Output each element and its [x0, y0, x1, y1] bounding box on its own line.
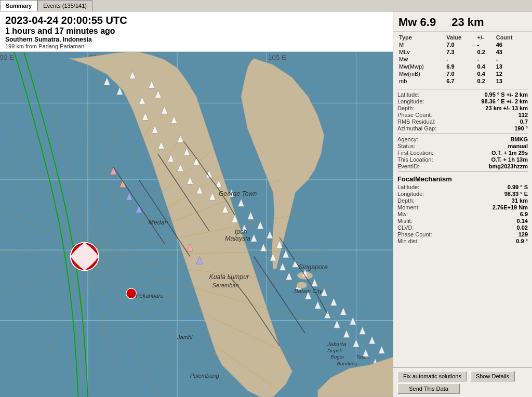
fm-moment-value: 2.76E+19 Nm [493, 204, 528, 210]
svg-text:105 E: 105 E [268, 54, 286, 61]
show-details-button[interactable]: Show Details [470, 371, 515, 381]
fm-misfit-label: Misfit: [397, 218, 413, 224]
depth-label: Depth: [397, 105, 414, 111]
event-info-section: Agency: BMKG Status: manual First Locati… [397, 136, 528, 169]
fm-lon-row: Longitude: 98.33 ° E [397, 191, 528, 197]
mag-table-row: Mw(Mwp)6.90.413 [397, 63, 528, 70]
svg-text:Kuala Lumpur: Kuala Lumpur [209, 273, 249, 281]
agency-label: Agency: [397, 136, 418, 142]
rms-label: RMS Residual: [397, 118, 435, 125]
azimuth-label: Azimuthal Gap: [397, 125, 436, 131]
tab-summary-label: Summary [6, 3, 32, 9]
svg-text:Jambi: Jambi [177, 334, 193, 340]
tab-summary[interactable]: Summary [0, 0, 37, 11]
svg-text:Jakarta: Jakarta [327, 341, 346, 347]
svg-text:Seremban: Seremban [212, 282, 239, 288]
mag-table-row: Mw--- [397, 56, 528, 63]
phase-value: 112 [518, 112, 528, 118]
svg-text:90 E: 90 E [0, 54, 14, 61]
col-error: +/- [475, 34, 494, 41]
first-loc-label: First Location: [397, 150, 433, 156]
col-type: Type [397, 34, 445, 41]
lon-label: Longitude: [397, 98, 424, 104]
lon-value: 98.36 ° E +/- 2 km [481, 98, 528, 104]
eventid-label: EventID: [397, 163, 419, 169]
status-value: manual [508, 143, 528, 149]
tab-bar: Summary Events (135/141) [0, 0, 532, 11]
event-location: Southern Sumatra, Indonesia [5, 36, 388, 43]
col-value: Value [445, 34, 475, 41]
mag-table-row: MLv7.30.243 [397, 48, 528, 56]
fm-mindist-label: Min dist: [397, 238, 419, 244]
divider-2 [397, 134, 528, 134]
btn-row-2: Send This Data [397, 383, 528, 394]
rms-value: 0.7 [520, 118, 528, 125]
fm-mindist-row: Min dist: 0.9 ° [397, 238, 528, 244]
send-data-button[interactable]: Send This Data [397, 383, 460, 394]
svg-text:Pekanbaru: Pekanbaru [136, 293, 163, 299]
focal-title: FocalMechanism [397, 175, 528, 183]
svg-text:Singapore: Singapore [299, 263, 328, 271]
fm-lat-value: 0.99 ° S [508, 184, 528, 190]
fm-depth-label: Depth: [397, 197, 414, 204]
fm-phase-value: 129 [518, 231, 528, 237]
fm-phase-label: Phase Count: [397, 231, 432, 237]
event-header: 2023-04-24 20:00:55 UTC 1 hours and 17 m… [0, 11, 393, 52]
map-svg: 90 E 95 E 105 E 5 N 0 5 S [0, 52, 393, 397]
fm-lat-row: Latitude: 0.99 ° S [397, 184, 528, 190]
svg-text:Medan: Medan [149, 219, 168, 226]
depth-value-info: 23 km +/- 13 km [485, 105, 528, 111]
divider-3 [397, 171, 528, 172]
this-loc-row: This Location: O.T. + 1h 13m [397, 156, 528, 163]
magnitude-value: Mw 6.9 [398, 16, 436, 29]
svg-text:Bogor: Bogor [330, 354, 344, 360]
right-panel: Mw 6.9 23 km Type Value +/- Count M7.0-4… [393, 11, 532, 397]
phase-label: Phase Count: [397, 112, 432, 118]
map-container[interactable]: 90 E 95 E 105 E 5 N 0 5 S [0, 52, 393, 397]
fm-mindist-value: 0.9 ° [516, 238, 528, 244]
depth-value: 23 km [451, 16, 484, 29]
fix-automatic-button[interactable]: Fix automatic solutions [397, 371, 467, 381]
rms-row: RMS Residual: 0.7 [397, 118, 528, 125]
svg-text:Tasi...: Tasi... [356, 354, 369, 360]
fm-depth-value: 31 km [512, 197, 528, 204]
svg-point-108 [126, 288, 137, 299]
event-distance: 199 km from Padang Pariaman [5, 43, 388, 49]
svg-text:Palembang: Palembang [190, 373, 220, 379]
phase-row: Phase Count: 112 [397, 112, 528, 118]
azimuth-row: Azimuthal Gap: 190 ° [397, 125, 528, 131]
fm-misfit-row: Misfit: 0.14 [397, 218, 528, 224]
status-row: Status: manual [397, 143, 528, 149]
location-section: Latitude: 0.95 ° S +/- 2 km Longitude: 9… [397, 91, 528, 131]
right-info-scroll[interactable]: Type Value +/- Count M7.0-46MLv7.30.243M… [393, 32, 532, 367]
focal-mechanism-section: FocalMechanism Latitude: 0.99 ° S Longit… [397, 175, 528, 244]
tab-events-label: Events (135/141) [43, 3, 87, 9]
fm-clvd-row: CLVD: 0.02 [397, 224, 528, 231]
fm-lon-value: 98.33 ° E [504, 191, 528, 197]
fm-depth-row: Depth: 31 km [397, 197, 528, 204]
fm-phase-row: Phase Count: 129 [397, 231, 528, 237]
col-count: Count [495, 34, 528, 41]
tab-events[interactable]: Events (135/141) [37, 0, 92, 11]
btn-row-1: Fix automatic solutions Show Details [397, 371, 528, 381]
event-time-ago: 1 hours and 17 minutes ago [5, 27, 388, 36]
mag-table-row: mb6.70.213 [397, 77, 528, 85]
agency-row: Agency: BMKG [397, 136, 528, 142]
event-datetime: 2023-04-24 20:00:55 UTC [5, 15, 388, 27]
azimuth-value: 190 ° [514, 125, 528, 131]
fm-clvd-value: 0.02 [517, 224, 528, 231]
fm-moment-label: Moment: [397, 204, 420, 210]
first-loc-row: First Location: O.T. + 1m 29s [397, 150, 528, 156]
lat-value: 0.95 ° S +/- 2 km [484, 91, 528, 98]
svg-text:Bandung: Bandung [337, 361, 358, 366]
main-content: 2023-04-24 20:00:55 UTC 1 hours and 17 m… [0, 11, 532, 397]
svg-text:Batam City: Batam City [294, 288, 323, 294]
lat-label: Latitude: [397, 91, 419, 98]
first-loc-value: O.T. + 1m 29s [491, 150, 528, 156]
eventid-row: EventID: bmg2023hzzm [397, 163, 528, 169]
fm-clvd-label: CLVD: [397, 224, 414, 231]
depth-row: Depth: 23 km +/- 13 km [397, 105, 528, 111]
status-label: Status: [397, 143, 415, 149]
lon-row: Longitude: 98.36 ° E +/- 2 km [397, 98, 528, 104]
fm-mw-label: Mw: [397, 211, 408, 217]
